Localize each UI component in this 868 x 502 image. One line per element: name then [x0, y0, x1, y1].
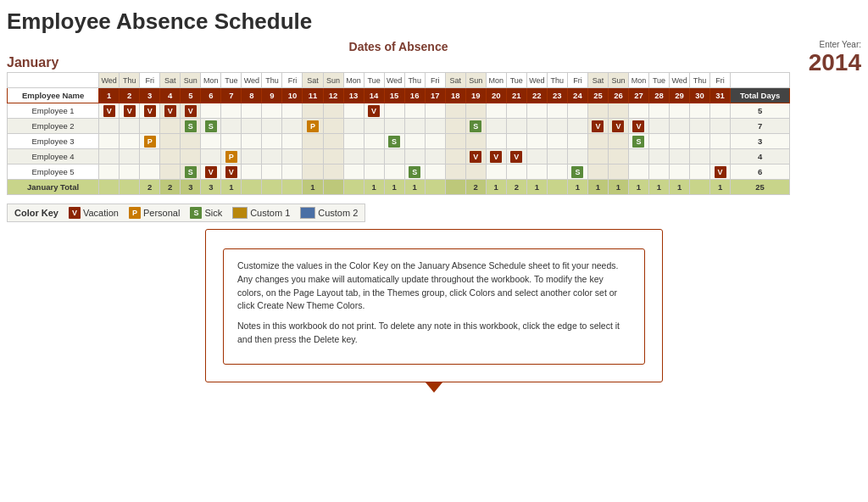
employee-name-header: Employee Name [8, 88, 99, 103]
emp1-day-16 [404, 103, 425, 119]
emp2-day-2 [120, 119, 140, 134]
total-col-spacer [731, 73, 790, 88]
date-16: 16 [404, 88, 425, 103]
dow-20: Mon [486, 73, 506, 88]
emp2-day-10 [282, 119, 303, 134]
dates-of-absence-heading: Dates of Absence [7, 40, 790, 53]
emp5-day-17 [425, 165, 445, 180]
dow-13: Mon [343, 73, 364, 88]
emp3-day-6 [201, 134, 221, 149]
emp1-day-12 [323, 103, 343, 119]
date-18: 18 [445, 88, 465, 103]
page-title: Employee Absence Schedule [7, 8, 861, 35]
employee-total-2: 7 [731, 119, 790, 134]
total-day-27: 1 [628, 180, 648, 195]
dow-21: Tue [506, 73, 526, 88]
emp5-day-21 [506, 165, 526, 180]
emp2-day-6: S [201, 119, 221, 134]
date-25: 25 [587, 88, 608, 103]
emp4-day-31 [710, 149, 731, 165]
dow-10: Fri [282, 73, 303, 88]
emp3-day-4 [160, 134, 181, 149]
emp3-day-22 [526, 134, 547, 149]
emp1-day-20 [486, 103, 506, 119]
emp4-day-11 [303, 149, 323, 165]
vacation-label: Vacation [83, 208, 119, 218]
emp2-day-4 [160, 119, 181, 134]
emp4-day-22 [526, 149, 547, 165]
emp2-day-26: V [608, 119, 628, 134]
emp3-day-2 [120, 134, 140, 149]
emp3-day-21 [506, 134, 526, 149]
emp5-day-16: S [404, 165, 425, 180]
emp4-day-27 [628, 149, 648, 165]
employee-row-5: Employee 5SVVSSV6 [8, 165, 790, 180]
emp3-day-20 [486, 134, 506, 149]
dow-28: Tue [649, 73, 670, 88]
date-12: 12 [323, 88, 343, 103]
dow-7: Tue [221, 73, 242, 88]
employee-name-2: Employee 2 [8, 119, 99, 134]
dow-2: Thu [120, 73, 140, 88]
total-day-15: 1 [384, 180, 404, 195]
date-19: 19 [465, 88, 486, 103]
month-label: January [7, 55, 58, 70]
emp4-day-2 [120, 149, 140, 165]
total-day-29: 1 [670, 180, 690, 195]
emp2-day-1 [99, 119, 120, 134]
color-key-vacation: V Vacation [69, 207, 119, 219]
emp2-day-16 [404, 119, 425, 134]
emp1-day-30 [690, 103, 710, 119]
emp3-day-9 [262, 134, 282, 149]
note-arrow [426, 382, 442, 393]
emp4-day-26 [608, 149, 628, 165]
emp1-day-17 [425, 103, 445, 119]
emp3-day-12 [323, 134, 343, 149]
emp4-day-29 [670, 149, 690, 165]
total-day-31: 1 [710, 180, 731, 195]
emp1-day-29 [670, 103, 690, 119]
date-27: 27 [628, 88, 648, 103]
employee-row-2: Employee 2SSPSVVV7 [8, 119, 790, 134]
emp2-day-19: S [465, 119, 486, 134]
total-day-6: 3 [201, 180, 221, 195]
total-day-20: 1 [486, 180, 506, 195]
january-total-label: January Total [8, 180, 99, 195]
emp4-day-15 [384, 149, 404, 165]
total-day-2 [120, 180, 140, 195]
custom2-label: Custom 2 [318, 208, 358, 218]
employee-name-4: Employee 4 [8, 149, 99, 165]
enter-year-area: Enter Year: 2014 [793, 40, 861, 76]
emp1-day-6 [201, 103, 221, 119]
total-day-13 [343, 180, 364, 195]
emp4-day-19: V [465, 149, 486, 165]
emp5-day-31: V [710, 165, 731, 180]
total-day-30 [690, 180, 710, 195]
total-day-11: 1 [303, 180, 323, 195]
emp5-day-22 [526, 165, 547, 180]
total-day-16: 1 [404, 180, 425, 195]
dow-12: Sun [323, 73, 343, 88]
personal-badge: P [129, 207, 141, 219]
emp4-day-1 [99, 149, 120, 165]
emp4-day-17 [425, 149, 445, 165]
year-value[interactable]: 2014 [793, 49, 861, 76]
total-day-22: 1 [526, 180, 547, 195]
emp5-day-19 [465, 165, 486, 180]
emp3-day-15: S [384, 134, 404, 149]
emp3-day-24 [567, 134, 587, 149]
name-col-header [8, 73, 99, 88]
color-key-sick: S Sick [190, 207, 222, 219]
emp2-day-29 [670, 119, 690, 134]
january-grand-total: 25 [731, 180, 790, 195]
dow-24: Fri [567, 73, 587, 88]
emp5-day-27 [628, 165, 648, 180]
dow-22: Wed [526, 73, 547, 88]
custom1-label: Custom 1 [250, 208, 290, 218]
emp2-day-21 [506, 119, 526, 134]
emp1-day-31 [710, 103, 731, 119]
emp4-day-16 [404, 149, 425, 165]
color-key-title: Color Key [14, 208, 58, 218]
dow-26: Sun [608, 73, 628, 88]
note-text-2: Notes in this workbook do not print. To … [237, 320, 631, 347]
